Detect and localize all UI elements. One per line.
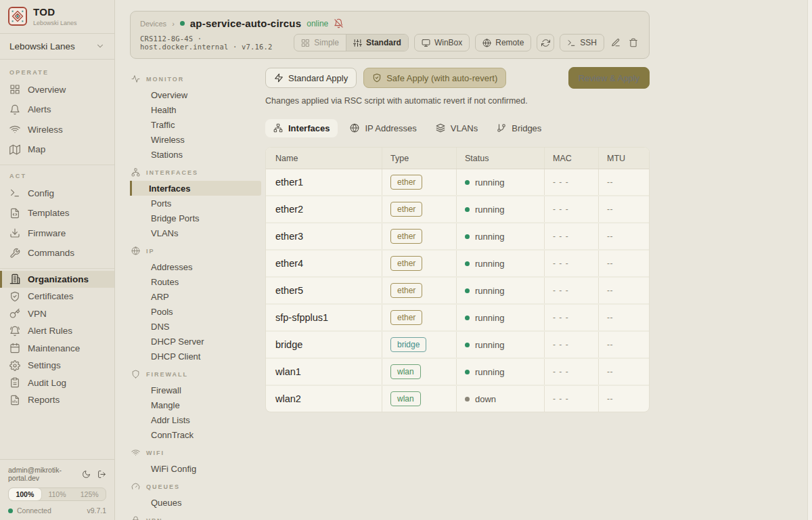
sidebar-footer: admin@mikrotik-portal.dev 100% 110% 125%… [0, 459, 114, 520]
table-row[interactable]: ether4 ether running - - - -- [266, 249, 649, 276]
devnav-item-bridge-ports[interactable]: Bridge Ports [130, 211, 265, 225]
table-row[interactable]: ether2 ether running - - - -- [266, 195, 649, 222]
table-row[interactable]: ether3 ether running - - - -- [266, 222, 649, 249]
brand-logo-icon [8, 7, 27, 26]
delete-device-button[interactable] [627, 38, 639, 47]
devnav-item-wifi-config[interactable]: WiFi Config [130, 461, 265, 476]
edit-device-button[interactable] [610, 38, 622, 47]
devnav-section-vpn: VPN [130, 513, 265, 520]
type-badge: wlan [390, 391, 421, 406]
status-text: running [475, 259, 504, 269]
sidebar-item-certificates[interactable]: Certificates [0, 288, 114, 305]
status-text: running [475, 313, 504, 323]
devnav-item-wireless[interactable]: Wireless [130, 132, 265, 147]
download-icon [9, 228, 21, 239]
table-row[interactable]: bridge bridge running - - - -- [266, 330, 649, 358]
devnav-item-mangle[interactable]: Mangle [130, 397, 265, 412]
devnav-item-dns[interactable]: DNS [130, 319, 265, 334]
refresh-button[interactable] [537, 34, 554, 51]
sidebar-item-label: Organizations [28, 274, 89, 284]
trash-icon [629, 38, 638, 47]
devnav-item-firewall[interactable]: Firewall [130, 383, 265, 397]
status-text: running [475, 286, 504, 296]
sidebar-item-vpn[interactable]: VPN [0, 305, 114, 323]
table-row[interactable]: wlan2 wlan down - - - -- [266, 385, 649, 412]
table-row[interactable]: wlan1 wlan running - - - -- [266, 358, 649, 385]
devnav-item-dhcp-server[interactable]: DHCP Server [130, 334, 265, 349]
review-apply-button[interactable]: Review & Apply [568, 67, 650, 89]
sidebar-item-config[interactable]: Config [0, 183, 114, 204]
main-area: Devices › ap-service-auto-circus online … [115, 0, 812, 520]
devnav-item-ports[interactable]: Ports [130, 196, 265, 211]
type-badge: ether [390, 310, 422, 325]
scrollbar[interactable] [807, 0, 812, 520]
tab-interfaces[interactable]: Interfaces [265, 119, 338, 137]
status-dot [465, 288, 470, 293]
shield-icon [131, 370, 141, 379]
sidebar-divider [0, 165, 114, 165]
gear-icon [9, 360, 21, 371]
workspace-selector[interactable]: Lebowski Lanes [0, 34, 114, 60]
theme-toggle-button[interactable] [82, 470, 91, 479]
devnav-item-pools[interactable]: Pools [130, 304, 265, 319]
sidebar-item-templates[interactable]: Templates [0, 203, 114, 223]
interface-name: ether5 [266, 278, 382, 303]
devnav-item-arp[interactable]: ARP [130, 289, 265, 304]
devnav-item-stations[interactable]: Stations [130, 147, 265, 162]
devnav-item-conntrack[interactable]: ConnTrack [130, 427, 265, 442]
sidebar-item-alerts[interactable]: Alerts [0, 100, 114, 120]
view-mode-simple-button[interactable]: Simple [294, 35, 346, 51]
mac-value: - - - [545, 251, 599, 276]
column-header-mac: MAC [545, 148, 599, 169]
bell-off-icon[interactable] [334, 18, 344, 28]
wifi-icon [131, 448, 141, 458]
standard-apply-button[interactable]: Standard Apply [265, 68, 357, 88]
ssh-button[interactable]: SSH [560, 34, 604, 51]
tab-bridges[interactable]: Bridges [490, 119, 548, 137]
devnav-item-dhcp-client[interactable]: DHCP Client [130, 349, 265, 364]
table-row[interactable]: ether5 ether running - - - -- [266, 276, 649, 303]
column-header-mtu: MTU [599, 148, 649, 169]
interface-name: wlan2 [266, 386, 382, 412]
breadcrumb-devices[interactable]: Devices [140, 20, 166, 28]
devnav-item-vlans[interactable]: VLANs [130, 225, 265, 240]
sidebar-item-wireless[interactable]: Wireless [0, 120, 114, 140]
safe-apply-button[interactable]: Safe Apply (with auto-revert) [363, 68, 506, 88]
pencil-icon [611, 38, 621, 47]
devnav-item-overview[interactable]: Overview [130, 87, 265, 102]
devnav-item-addr-lists[interactable]: Addr Lists [130, 412, 265, 427]
sidebar-item-map[interactable]: Map [0, 139, 114, 160]
sidebar-item-commands[interactable]: Commands [0, 243, 114, 263]
mac-value: - - - [545, 196, 599, 222]
table-row[interactable]: ether1 ether running - - - -- [266, 169, 649, 195]
tab-ip-addresses[interactable]: IP Addresses [343, 119, 423, 137]
devnav-item-addresses[interactable]: Addresses [130, 259, 265, 274]
table-row[interactable]: sfp-sfpplus1 ether running - - - -- [266, 303, 649, 330]
sidebar-item-reports[interactable]: Reports [0, 391, 114, 409]
zoom-option-125[interactable]: 125% [73, 488, 106, 500]
sidebar-item-overview[interactable]: Overview [0, 80, 114, 100]
sidebar-item-label: Reports [28, 395, 60, 405]
type-badge: ether [390, 256, 422, 271]
sidebar-item-settings[interactable]: Settings [0, 357, 114, 374]
sidebar-item-firmware[interactable]: Firmware [0, 223, 114, 244]
devnav-item-traffic[interactable]: Traffic [130, 117, 265, 132]
devnav-item-routes[interactable]: Routes [130, 274, 265, 289]
devnav-item-queues[interactable]: Queues [130, 495, 265, 510]
devnav-item-interfaces[interactable]: Interfaces [130, 181, 261, 196]
devnav-item-health[interactable]: Health [130, 102, 265, 117]
status-dot [465, 370, 470, 374]
safe-apply-label: Safe Apply (with auto-revert) [386, 73, 497, 83]
sidebar-item-maintenance[interactable]: Maintenance [0, 340, 114, 358]
sidebar-item-organizations[interactable]: Organizations [0, 271, 114, 288]
sidebar-item-alert-rules[interactable]: Alert Rules [0, 322, 114, 340]
sidebar-item-label: Alert Rules [28, 326, 72, 336]
zoom-option-110[interactable]: 110% [41, 488, 74, 500]
zoom-option-100[interactable]: 100% [9, 488, 41, 500]
winbox-button[interactable]: WinBox [414, 34, 470, 51]
logout-button[interactable] [97, 470, 106, 479]
tab-vlans[interactable]: VLANs [429, 119, 484, 137]
sidebar-item-audit-log[interactable]: Audit Log [0, 374, 114, 392]
remote-button[interactable]: Remote [475, 34, 531, 51]
view-mode-standard-button[interactable]: Standard [346, 35, 408, 51]
